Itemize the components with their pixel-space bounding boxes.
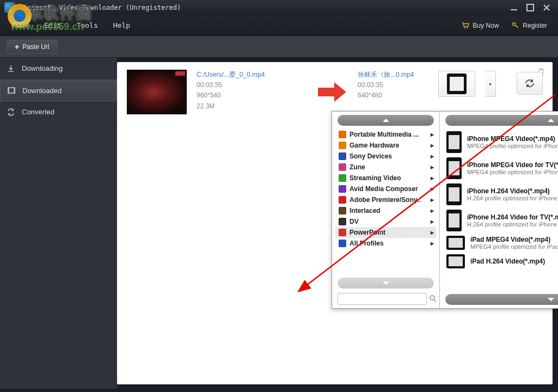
maximize-button[interactable] [523, 3, 537, 13]
category-icon [338, 239, 347, 248]
category-label: Portable Multimedia ... [349, 131, 419, 138]
titlebar: Aiseesoft Video Downloader (Unregistered… [0, 0, 558, 15]
menu-edit[interactable]: Edit [36, 21, 69, 29]
device-icon [446, 157, 462, 179]
category-scroll-down [338, 278, 434, 289]
profile-dropdown-panel: Portable Multimedia ...▸Game Hardware▸So… [332, 111, 558, 309]
target-resolution: 640*480 [358, 90, 428, 101]
category-item[interactable]: Portable Multimedia ...▸ [335, 129, 436, 140]
svg-rect-7 [14, 88, 15, 93]
menu-file[interactable]: File [4, 21, 36, 29]
chevron-right-icon: ▸ [431, 207, 434, 215]
category-item[interactable]: Sony Devices▸ [335, 151, 436, 162]
category-label: Sony Devices [349, 152, 392, 160]
category-label: Zune [349, 163, 365, 171]
profile-desc: H.264 profile optimized for iPhone TV-Ou… [467, 221, 558, 228]
category-item[interactable]: DV▸ [335, 216, 436, 227]
svg-point-3 [467, 27, 468, 28]
chevron-right-icon: ▸ [431, 185, 434, 193]
menu-help[interactable]: Help [106, 21, 138, 29]
convert-arrow-icon [315, 81, 348, 103]
window-title: Aiseesoft Video Downloader (Unregistered… [20, 4, 505, 11]
category-item[interactable]: All Profiles▸ [335, 238, 436, 249]
category-icon [338, 217, 347, 226]
menu-tools[interactable]: Tools [69, 21, 106, 29]
category-label: Interlaced [349, 207, 381, 215]
profile-desc: MPEG4 profile optimized for iPhone TV-Ou… [467, 169, 558, 175]
device-icon [446, 210, 462, 231]
profile-list: iPhone MPEG4 Video(*.mp4)MPEG4 profile o… [443, 129, 558, 291]
profile-title: iPhone H.264 Video(*.mp4) [467, 187, 557, 195]
category-label: Adobe Premiere/Sony.. [349, 196, 420, 204]
chevron-right-icon: ▸ [431, 142, 434, 149]
category-item[interactable]: Avid Media Composer▸ [335, 183, 436, 194]
profile-panel: iPhone MPEG4 Video(*.mp4)MPEG4 profile o… [440, 112, 558, 308]
source-info: C:/Users/...爱_0_0.mp4 00:03:35 960*540 2… [197, 70, 305, 114]
chevron-right-icon: ▸ [431, 229, 434, 236]
close-button[interactable] [539, 3, 554, 13]
category-icon [338, 206, 347, 215]
minimize-button[interactable] [507, 3, 521, 13]
chevron-right-icon: ▸ [431, 131, 434, 138]
profile-item[interactable]: iPhone H.264 Video(*.mp4)H.264 profile o… [443, 181, 558, 207]
category-icon [338, 152, 347, 161]
target-info: 张秫禾《旅...0.mp4 00:03:35 640*480 [358, 70, 428, 114]
sidebar-item-downloaded[interactable]: Downloaded [0, 79, 117, 101]
profile-scroll-up[interactable] [445, 115, 558, 126]
svg-rect-1 [527, 4, 534, 11]
paste-url-button[interactable]: + Paste Url [7, 40, 58, 54]
category-icon [338, 130, 347, 139]
profile-search-input[interactable] [338, 293, 427, 305]
profile-desc: H.264 profile optimized for iPhone [467, 195, 557, 201]
search-icon[interactable] [429, 295, 437, 304]
profile-scroll-down[interactable] [445, 294, 558, 305]
category-label: Streaming Video [349, 174, 401, 182]
main-panel: C:/Users/...爱_0_0.mp4 00:03:35 960*540 2… [117, 62, 553, 384]
category-scroll-up[interactable] [338, 115, 434, 126]
paste-url-label: Paste Url [22, 43, 49, 51]
svg-rect-16 [339, 218, 346, 225]
chevron-right-icon: ▸ [431, 240, 434, 247]
output-format-button[interactable] [438, 71, 475, 97]
category-icon [338, 141, 347, 150]
svg-rect-13 [339, 185, 346, 193]
profile-title: iPad H.264 Video(*.mp4) [470, 258, 545, 265]
convert-button[interactable] [517, 72, 543, 95]
category-item[interactable]: Game Hardware▸ [335, 140, 436, 151]
svg-rect-10 [339, 152, 346, 160]
sidebar-item-downloading[interactable]: Downloading [0, 58, 117, 79]
svg-rect-9 [339, 142, 346, 149]
buy-now-button[interactable]: Buy Now [455, 22, 505, 29]
category-item[interactable]: Adobe Premiere/Sony..▸ [335, 194, 436, 205]
category-item[interactable]: Zune▸ [335, 162, 436, 173]
svg-rect-8 [339, 131, 346, 138]
category-label: All Profiles [349, 240, 384, 247]
convert-icon [0, 108, 22, 117]
profile-title: iPhone MPEG4 Video for TV(*.mp4) [467, 161, 558, 169]
profile-item[interactable]: iPad MPEG4 Video(*.mp4)MPEG4 profile opt… [443, 234, 558, 252]
svg-rect-0 [511, 9, 517, 10]
chevron-right-icon: ▸ [431, 152, 434, 160]
sidebar-item-label: Downloaded [22, 87, 62, 95]
profile-title: iPhone MPEG4 Video(*.mp4) [467, 135, 558, 143]
source-size: 22.3M [197, 101, 305, 112]
category-label: PowerPoint [349, 229, 385, 236]
category-item[interactable]: PowerPoint▸ [335, 227, 436, 238]
profile-item[interactable]: iPhone MPEG4 Video(*.mp4)MPEG4 profile o… [443, 129, 558, 155]
sidebar-item-converted[interactable]: Converted [0, 101, 117, 123]
category-item[interactable]: Interlaced▸ [335, 205, 436, 216]
category-label: Game Hardware [349, 142, 399, 149]
sidebar-item-label: Downloading [22, 64, 63, 72]
profile-item[interactable]: iPhone H.264 Video for TV(*.mp4)H.264 pr… [443, 207, 558, 234]
category-item[interactable]: Streaming Video▸ [335, 173, 436, 183]
profile-item[interactable]: iPhone MPEG4 Video for TV(*.mp4)MPEG4 pr… [443, 155, 558, 181]
source-path: C:/Users/...爱_0_0.mp4 [197, 70, 305, 80]
profile-item[interactable]: iPad H.264 Video(*.mp4) [443, 252, 558, 271]
svg-rect-18 [339, 240, 346, 247]
sidebar: Downloading Downloaded Converted [0, 58, 117, 389]
profile-desc: MPEG4 profile optimized for iPhone [467, 143, 558, 149]
output-format-dropdown[interactable]: ▾ [485, 71, 496, 97]
register-button[interactable]: Register [505, 22, 554, 29]
category-icon [338, 163, 347, 171]
toolbar: + Paste Url [0, 36, 558, 58]
